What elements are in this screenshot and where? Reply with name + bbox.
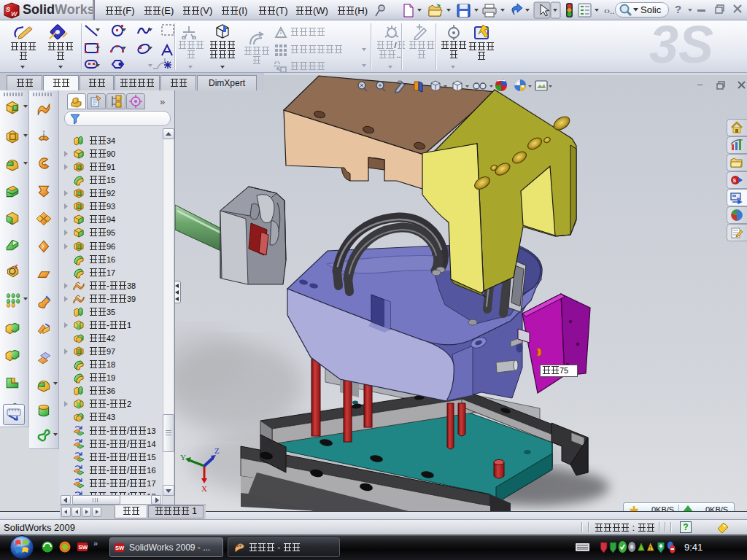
svg-text:Z: Z <box>214 446 220 455</box>
svg-text:S: S <box>6 6 10 13</box>
svg-text:X: X <box>201 484 207 493</box>
svg-text:SW: SW <box>79 544 88 551</box>
svg-text:‹›..: ‹›.. <box>604 6 615 16</box>
svg-text:SW: SW <box>115 545 125 551</box>
svg-text:!: ! <box>649 545 651 551</box>
svg-text:S: S <box>733 178 737 183</box>
